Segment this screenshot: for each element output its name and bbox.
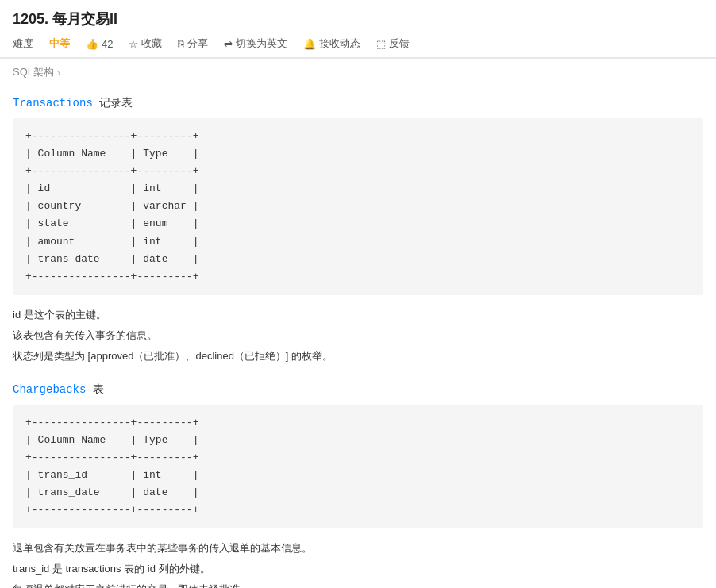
transactions-keyword: Transactions [13, 97, 93, 110]
star-icon: ☆ [129, 38, 138, 50]
transactions-description: id 是这个表的主键。 该表包含有关传入事务的信息。 状态列是类型为 [appr… [13, 305, 703, 367]
page-header: 1205. 每月交易II 难度 中等 👍 42 ☆ 收藏 ⎘ 分享 ⇌ 切换为英… [0, 0, 716, 58]
bell-icon: 🔔 [303, 38, 316, 50]
thumbs-up-icon: 👍 [86, 38, 98, 50]
feedback-icon: ⬚ [376, 38, 386, 50]
toolbar: 难度 中等 👍 42 ☆ 收藏 ⎘ 分享 ⇌ 切换为英文 🔔 接收动态 ⬚ 反馈 [13, 37, 703, 51]
transactions-title-suffix: 记录表 [93, 97, 133, 110]
chargebacks-desc-2: trans_id 是 transactions 表的 id 列的外键。 [13, 559, 703, 579]
chargebacks-description: 退单包含有关放置在事务表中的某些事务的传入退单的基本信息。 trans_id 是… [13, 538, 703, 588]
chargebacks-table: +----------------+---------+ | Column Na… [13, 405, 703, 529]
share-icon: ⎘ [178, 38, 184, 50]
like-button[interactable]: 👍 42 [86, 38, 113, 50]
difficulty-label: 难度 [13, 37, 33, 51]
transactions-section: Transactions 记录表 +----------------+-----… [13, 96, 703, 367]
chargebacks-keyword: Chargebacks [13, 383, 86, 396]
transactions-title: Transactions 记录表 [13, 96, 703, 110]
breadcrumb: SQL架构 › [0, 59, 716, 86]
switch-language-button[interactable]: ⇌ 切换为英文 [224, 37, 287, 51]
transactions-table: +----------------+---------+ | Column Na… [13, 118, 703, 295]
breadcrumb-arrow: › [57, 67, 60, 79]
feedback-button[interactable]: ⬚ 反馈 [376, 37, 410, 51]
transactions-desc-2: 该表包含有关传入事务的信息。 [13, 325, 703, 346]
main-content: Transactions 记录表 +----------------+-----… [0, 86, 716, 588]
translate-icon: ⇌ [224, 38, 233, 50]
breadcrumb-item-sql[interactable]: SQL架构 [13, 65, 54, 79]
transactions-desc-3: 状态列是类型为 [approved（已批准）、declined（已拒绝）] 的枚… [13, 346, 703, 367]
chargebacks-title-suffix: 表 [86, 383, 103, 396]
chargebacks-desc-1: 退单包含有关放置在事务表中的某些事务的传入退单的基本信息。 [13, 538, 703, 559]
subscribe-button[interactable]: 🔔 接收动态 [303, 37, 360, 51]
chargebacks-title: Chargebacks 表 [13, 382, 703, 397]
difficulty-value: 中等 [49, 37, 70, 51]
chargebacks-section: Chargebacks 表 +----------------+--------… [13, 382, 703, 588]
favorite-button[interactable]: ☆ 收藏 [129, 37, 162, 51]
share-button[interactable]: ⎘ 分享 [178, 37, 208, 51]
page-title: 1205. 每月交易II [13, 10, 703, 29]
transactions-desc-1: id 是这个表的主键。 [13, 305, 703, 325]
chargebacks-desc-3: 每项退单都对应于之前进行的交易，即使未经批准。 [13, 579, 703, 588]
